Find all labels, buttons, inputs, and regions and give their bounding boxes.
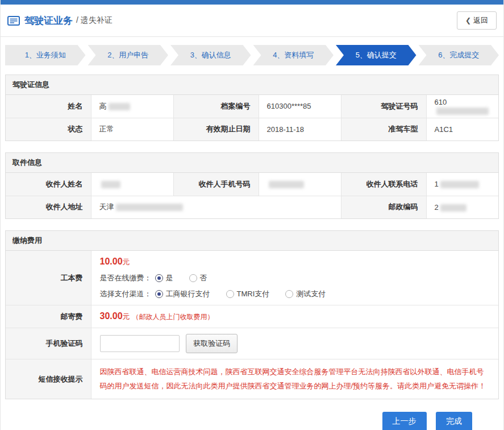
table-row: 工本费 10.00元 是否在线缴费： 是 否 选择支付渠道： 工商银行支付 TM… <box>6 251 498 305</box>
captcha-input[interactable] <box>100 335 180 352</box>
status-value: 正常 <box>91 118 173 140</box>
vehicle-class-label: 准驾车型 <box>341 118 426 140</box>
radio-channel-test-label: 测试支付 <box>296 289 326 299</box>
base-fee-label: 工本费 <box>6 251 91 305</box>
name-label: 姓名 <box>6 95 91 118</box>
payment-section: 缴纳费用 工本费 10.00元 是否在线缴费： 是 否 选择支付渠道： 工 <box>5 230 499 399</box>
radio-channel-tmri-label: TMRI支付 <box>237 289 270 299</box>
radio-checked-icon <box>155 274 163 282</box>
mail-fee-unit: 元 <box>123 312 130 321</box>
table-row: 收件人姓名 收件人手机号码 收件人联系电话 1 <box>6 173 498 196</box>
radio-online-no[interactable]: 否 <box>189 273 207 283</box>
payment-channel-label: 选择支付渠道： <box>100 289 152 299</box>
step-navigation: 1、业务须知 2、用户申告 3、确认信息 4、资料填写 5、确认提交 6、完成提… <box>1 37 503 72</box>
pickup-info-table: 收件人姓名 收件人手机号码 收件人联系电话 1 收件人地址 天津 邮政编码 2 <box>6 173 498 218</box>
table-row: 邮寄费 30.00元（邮政人员上门收取费用） <box>6 305 498 328</box>
radio-online-no-label: 否 <box>200 273 207 283</box>
radio-unchecked-icon <box>189 274 197 282</box>
online-payment-label: 是否在线缴费： <box>100 273 152 283</box>
recipient-mobile-value <box>259 173 341 196</box>
step-5-confirm-submit[interactable]: 5、确认提交 <box>336 45 416 65</box>
pickup-info-section: 取件信息 收件人姓名 收件人手机号码 收件人联系电话 1 收件人地址 天津 邮政… <box>5 152 499 219</box>
recipient-phone-label: 收件人联系电话 <box>341 173 426 196</box>
captcha-content: 获取验证码 <box>91 328 498 359</box>
license-section-title: 驾驶证信息 <box>6 75 498 95</box>
file-number-label: 档案编号 <box>173 95 259 118</box>
finish-button[interactable]: 完成 <box>436 412 472 430</box>
back-button-label: 返回 <box>473 16 488 24</box>
page-header: 驾驶证业务 / 遗失补证 ❮返回 <box>1 5 503 37</box>
page: 驾驶证业务 / 遗失补证 ❮返回 1、业务须知 2、用户申告 3、确认信息 4、… <box>0 0 504 430</box>
status-label: 状态 <box>6 118 91 140</box>
radio-channel-icbc[interactable]: 工商银行支付 <box>155 289 210 299</box>
recipient-address-label: 收件人地址 <box>6 196 91 218</box>
page-title: 驾驶证业务 <box>24 14 73 27</box>
step-1-business-notice[interactable]: 1、业务须知 <box>5 45 86 65</box>
payment-channel-line: 选择支付渠道： 工商银行支付 TMRI支付 测试支付 <box>100 289 490 299</box>
base-fee-amount: 10.00 <box>100 257 123 266</box>
top-accent-bar <box>1 0 503 5</box>
step-3-confirm-info[interactable]: 3、确认信息 <box>170 45 251 65</box>
radio-channel-icbc-label: 工商银行支付 <box>166 289 210 299</box>
get-captcha-button[interactable]: 获取验证码 <box>186 334 238 353</box>
recipient-phone-value: 1 <box>426 173 498 196</box>
radio-unchecked-icon <box>285 290 293 298</box>
captcha-label: 手机验证码 <box>6 328 91 359</box>
step-4-fill-materials[interactable]: 4、资料填写 <box>253 45 334 65</box>
recipient-address-value: 天津 <box>91 196 341 218</box>
redacted-text <box>436 108 489 115</box>
license-info-section: 驾驶证信息 姓名 高 档案编号 610300****85 驾驶证号码 610 状… <box>5 75 499 141</box>
recipient-mobile-label: 收件人手机号码 <box>173 173 259 196</box>
payment-section-title: 缴纳费用 <box>6 231 498 251</box>
radio-unchecked-icon <box>226 290 234 298</box>
redacted-text <box>109 103 130 110</box>
redacted-text <box>101 181 120 188</box>
online-payment-line: 是否在线缴费： 是 否 <box>100 273 490 283</box>
sms-tip-content: 因陕西省联通、电信运营商技术问题，陕西省互联网交通安全综合服务管理平台无法向持陕… <box>91 359 498 399</box>
redacted-text <box>269 181 304 188</box>
license-number-label: 驾驶证号码 <box>341 95 426 118</box>
redacted-text <box>440 181 479 188</box>
license-info-table: 姓名 高 档案编号 610300****85 驾驶证号码 610 状态 正常 有… <box>6 95 498 140</box>
base-fee-unit: 元 <box>123 258 130 266</box>
table-row: 手机验证码 获取验证码 <box>6 328 498 359</box>
base-fee-amount-line: 10.00元 <box>100 257 490 267</box>
sms-tip-text: 因陕西省联通、电信运营商技术问题，陕西省互联网交通安全综合服务管理平台无法向持陕… <box>100 365 490 393</box>
license-number-value: 610 <box>426 95 498 118</box>
step-6-complete-submit[interactable]: 6、完成提交 <box>419 45 499 65</box>
sms-tip-label: 短信接收提示 <box>6 359 91 399</box>
redacted-text <box>440 204 466 212</box>
redacted-text <box>116 204 183 211</box>
chevron-left-icon: ❮ <box>465 16 471 24</box>
mail-fee-content: 30.00元（邮政人员上门收取费用） <box>91 305 498 328</box>
recipient-name-value <box>91 173 173 196</box>
expiry-value: 2018-11-18 <box>259 118 341 140</box>
footer-actions: 上一步 完成 <box>1 408 503 430</box>
mail-fee-amount: 30.00 <box>100 311 123 321</box>
postal-code-value: 2 <box>426 196 498 218</box>
radio-online-yes[interactable]: 是 <box>155 273 173 283</box>
table-row: 姓名 高 档案编号 610300****85 驾驶证号码 610 <box>6 95 498 118</box>
vehicle-class-value: A1C1 <box>426 118 498 140</box>
payment-table: 工本费 10.00元 是否在线缴费： 是 否 选择支付渠道： 工商银行支付 TM… <box>6 251 498 399</box>
mail-fee-note: （邮政人员上门收取费用） <box>132 313 214 321</box>
license-business-icon <box>7 16 20 26</box>
previous-step-button[interactable]: 上一步 <box>382 412 427 430</box>
page-subtitle: / 遗失补证 <box>76 15 113 26</box>
table-row: 短信接收提示 因陕西省联通、电信运营商技术问题，陕西省互联网交通安全综合服务管理… <box>6 359 498 399</box>
recipient-name-label: 收件人姓名 <box>6 173 91 196</box>
base-fee-content: 10.00元 是否在线缴费： 是 否 选择支付渠道： 工商银行支付 TMRI支付… <box>91 251 498 305</box>
table-row: 收件人地址 天津 邮政编码 2 <box>6 196 498 218</box>
table-row: 状态 正常 有效期止日期 2018-11-18 准驾车型 A1C1 <box>6 118 498 140</box>
postal-code-label: 邮政编码 <box>341 196 426 218</box>
radio-online-yes-label: 是 <box>166 273 173 283</box>
radio-checked-icon <box>155 290 163 298</box>
radio-channel-test[interactable]: 测试支付 <box>285 289 326 299</box>
radio-channel-tmri[interactable]: TMRI支付 <box>226 289 270 299</box>
expiry-label: 有效期止日期 <box>173 118 259 140</box>
mail-fee-label: 邮寄费 <box>6 305 91 328</box>
back-button[interactable]: ❮返回 <box>457 11 497 30</box>
step-2-user-declaration[interactable]: 2、用户申告 <box>88 45 169 65</box>
file-number-value: 610300****85 <box>259 95 341 118</box>
pickup-section-title: 取件信息 <box>6 153 498 173</box>
